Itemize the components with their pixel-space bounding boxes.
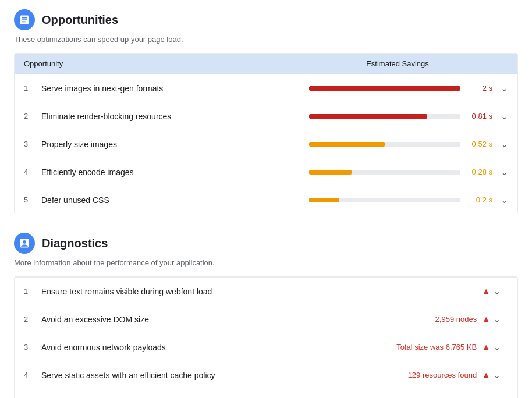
row-label-4: Efficiently encode images xyxy=(41,168,287,177)
savings-bar-1 xyxy=(309,86,460,91)
savings-bar-container-2 xyxy=(309,114,460,119)
row-savings-4: 0.28 s ⌄ xyxy=(287,166,508,177)
savings-bar-4 xyxy=(309,170,352,175)
col-opportunity-header: Opportunity xyxy=(24,59,287,68)
diagnostics-title: Diagnostics xyxy=(42,237,108,250)
row-label-1: Serve images in next-gen formats xyxy=(41,84,287,93)
diag-info-3: Total size was 6,765 KB ▲ xyxy=(396,342,491,353)
row-savings-3: 0.52 s ⌄ xyxy=(287,138,508,150)
row-num-5: 5 xyxy=(24,196,41,204)
savings-value-4: 0.28 s xyxy=(466,168,492,176)
chevron-down-icon-3: ⌄ xyxy=(501,138,508,150)
diag-label-4: Serve static assets with an efficient ca… xyxy=(41,371,408,380)
savings-bar-2 xyxy=(309,114,427,119)
opportunity-row-4[interactable]: 4 Efficiently encode images 0.28 s ⌄ xyxy=(15,158,517,186)
savings-bar-3 xyxy=(309,142,385,147)
diag-num-2: 2 xyxy=(24,315,41,324)
chevron-down-icon-d1: ⌄ xyxy=(493,286,508,297)
savings-bar-container-5 xyxy=(309,198,460,202)
opportunities-title: Opportunities xyxy=(42,13,118,27)
opportunity-row-1[interactable]: 1 Serve images in next-gen formats 2 s ⌄ xyxy=(15,74,517,102)
diag-label-1: Ensure text remains visible during webfo… xyxy=(41,287,477,296)
diag-row-2[interactable]: 2 Avoid an excessive DOM size 2,959 node… xyxy=(15,305,517,333)
warning-triangle-icon-4: ▲ xyxy=(481,370,491,381)
diagnostics-header: Diagnostics xyxy=(14,233,518,254)
opportunity-row-3[interactable]: 3 Properly size images 0.52 s ⌄ xyxy=(15,130,517,158)
chevron-down-icon-2: ⌄ xyxy=(501,111,508,122)
row-savings-1: 2 s ⌄ xyxy=(287,83,508,94)
diag-info-4: 129 resources found ▲ xyxy=(408,370,491,381)
diag-row-4[interactable]: 4 Serve static assets with an efficient … xyxy=(15,361,517,389)
opportunities-description: These optimizations can speed up your pa… xyxy=(14,35,518,44)
chevron-down-icon-5: ⌄ xyxy=(501,194,508,205)
warning-triangle-icon-2: ▲ xyxy=(481,314,491,325)
chevron-down-icon-4: ⌄ xyxy=(501,166,508,177)
opportunities-icon xyxy=(14,9,35,30)
diagnostics-icon xyxy=(14,233,35,254)
savings-value-2: 0.81 s xyxy=(466,112,492,120)
diag-row-1[interactable]: 1 Ensure text remains visible during web… xyxy=(15,277,517,305)
row-num-4: 4 xyxy=(24,168,41,176)
chevron-down-icon-d3: ⌄ xyxy=(493,342,508,353)
diag-value-2: 2,959 nodes xyxy=(435,315,477,324)
savings-value-3: 0.52 s xyxy=(466,140,492,148)
diagnostics-table: 1 Ensure text remains visible during web… xyxy=(14,276,518,398)
chevron-down-icon-1: ⌄ xyxy=(501,83,508,94)
diag-value-4: 129 resources found xyxy=(408,371,477,379)
col-savings-header: Estimated Savings xyxy=(287,59,508,68)
savings-value-1: 2 s xyxy=(466,84,492,93)
savings-bar-container-3 xyxy=(309,142,460,147)
table-header: Opportunity Estimated Savings xyxy=(15,54,517,74)
diag-info-2: 2,959 nodes ▲ xyxy=(435,314,491,325)
warning-triangle-icon-3: ▲ xyxy=(481,342,491,353)
opportunity-row-2[interactable]: 2 Eliminate render-blocking resources 0.… xyxy=(15,102,517,130)
diag-num-1: 1 xyxy=(24,287,41,296)
row-savings-5: 0.2 s ⌄ xyxy=(287,194,508,205)
diag-num-4: 4 xyxy=(24,371,41,379)
warning-triangle-icon-1: ▲ xyxy=(481,286,491,297)
savings-bar-5 xyxy=(309,198,339,202)
row-num-1: 1 xyxy=(24,84,41,93)
diag-info-1: ▲ xyxy=(477,286,491,297)
diag-row-5[interactable]: 5 Minimize Critical Requests Depth 33 ch… xyxy=(15,389,517,398)
diag-value-3: Total size was 6,765 KB xyxy=(396,343,477,351)
row-label-2: Eliminate render-blocking resources xyxy=(41,112,287,121)
chevron-down-icon-d2: ⌄ xyxy=(493,314,508,325)
opportunity-row-5[interactable]: 5 Defer unused CSS 0.2 s ⌄ xyxy=(15,186,517,214)
diag-label-3: Avoid enormous network payloads xyxy=(41,343,396,352)
diag-num-3: 3 xyxy=(24,343,41,351)
opportunities-header: Opportunities xyxy=(14,9,518,30)
savings-value-5: 0.2 s xyxy=(466,196,492,204)
savings-bar-container-1 xyxy=(309,86,460,91)
diagnostics-description: More information about the performance o… xyxy=(14,258,518,267)
row-label-5: Defer unused CSS xyxy=(41,196,287,205)
row-savings-2: 0.81 s ⌄ xyxy=(287,111,508,122)
savings-bar-container-4 xyxy=(309,170,460,175)
row-num-2: 2 xyxy=(24,112,41,120)
row-label-3: Properly size images xyxy=(41,140,287,149)
row-num-3: 3 xyxy=(24,140,41,148)
diag-label-2: Avoid an excessive DOM size xyxy=(41,315,435,324)
chevron-down-icon-d4: ⌄ xyxy=(493,369,508,381)
diag-row-3[interactable]: 3 Avoid enormous network payloads Total … xyxy=(15,333,517,361)
opportunities-table: Opportunity Estimated Savings 1 Serve im… xyxy=(14,53,518,214)
